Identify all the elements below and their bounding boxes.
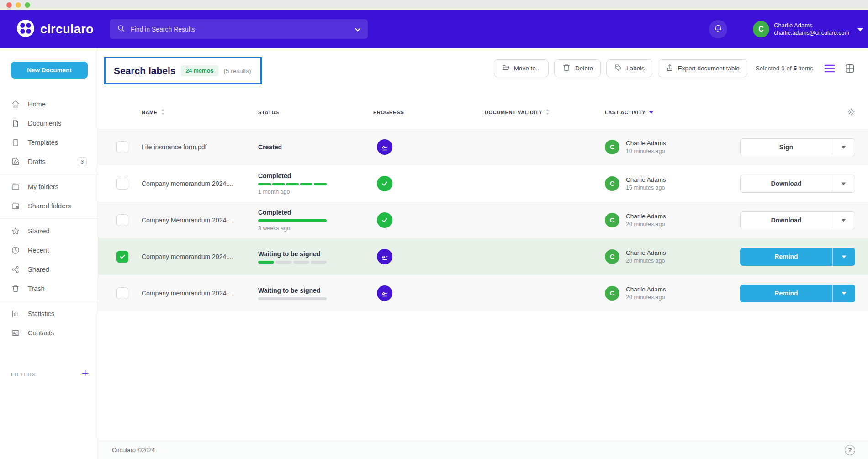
progress-bar bbox=[258, 183, 327, 185]
action-dropdown-caret[interactable] bbox=[832, 212, 855, 229]
filters-label: FILTERS bbox=[11, 372, 36, 377]
action-dropdown-caret[interactable] bbox=[832, 139, 855, 156]
completed-check-icon bbox=[377, 212, 392, 228]
activity-time: 20 minutes ago bbox=[626, 258, 666, 264]
list-view-icon[interactable] bbox=[824, 63, 835, 74]
search-dropdown-caret-icon[interactable] bbox=[355, 25, 360, 33]
sidebar-item-label: Home bbox=[28, 100, 46, 108]
activity-time: 20 minutes ago bbox=[626, 221, 666, 227]
move-to-button[interactable]: Move to... bbox=[494, 59, 549, 77]
maximize-window-button[interactable] bbox=[25, 2, 30, 8]
sidebar-item-label: Starred bbox=[28, 227, 50, 235]
document-name[interactable]: Company Memorandum 2024.... bbox=[142, 216, 258, 224]
action-dropdown-caret[interactable] bbox=[832, 248, 855, 266]
column-header-name[interactable]: NAME bbox=[142, 109, 258, 116]
memo-count-badge: 24 memos bbox=[181, 65, 218, 76]
signature-required-icon bbox=[377, 285, 392, 301]
minimize-window-button[interactable] bbox=[16, 2, 21, 8]
app-header: circularo Find in Search Results C Charl… bbox=[0, 10, 868, 48]
contacts-icon bbox=[11, 328, 20, 338]
activity-avatar: C bbox=[605, 286, 619, 301]
table-row[interactable]: Company memorandum 2024....Waiting to be… bbox=[98, 238, 868, 275]
action-dropdown-caret[interactable] bbox=[832, 285, 855, 302]
sort-icon bbox=[161, 109, 165, 116]
row-checkbox[interactable] bbox=[116, 287, 128, 299]
global-search-input[interactable]: Find in Search Results bbox=[110, 19, 368, 39]
labels-button[interactable]: Labels bbox=[606, 59, 652, 77]
sidebar-item-shared-folders[interactable]: Shared folders bbox=[0, 196, 98, 216]
clock-icon bbox=[11, 246, 20, 255]
notifications-button[interactable] bbox=[709, 20, 727, 38]
sidebar-item-home[interactable]: Home bbox=[0, 95, 98, 114]
action-dropdown-caret[interactable] bbox=[832, 175, 855, 192]
status-time: 3 weeks ago bbox=[258, 225, 373, 232]
add-filter-button[interactable] bbox=[82, 370, 89, 379]
close-window-button[interactable] bbox=[6, 2, 12, 8]
draft-icon bbox=[11, 157, 20, 166]
sidebar-item-label: Drafts bbox=[28, 158, 46, 165]
sidebar-item-documents[interactable]: Documents bbox=[0, 114, 98, 133]
sort-icon bbox=[545, 109, 550, 116]
activity-avatar: C bbox=[605, 140, 619, 154]
remind-split-button: Remind bbox=[740, 285, 855, 302]
statistics-icon bbox=[11, 309, 20, 318]
row-checkbox[interactable] bbox=[116, 214, 128, 226]
sidebar-nav: HomeDocumentsTemplatesDrafts3My foldersS… bbox=[0, 92, 98, 345]
brand-logo[interactable]: circularo bbox=[16, 19, 94, 39]
document-icon bbox=[11, 119, 20, 128]
grid-view-icon[interactable] bbox=[844, 63, 855, 74]
sidebar-item-starred[interactable]: Starred bbox=[0, 222, 98, 241]
bell-icon bbox=[714, 24, 723, 35]
sidebar-item-templates[interactable]: Templates bbox=[0, 133, 98, 152]
row-checkbox[interactable] bbox=[116, 141, 128, 153]
sidebar-item-statistics[interactable]: Statistics bbox=[0, 304, 98, 323]
table-row[interactable]: Company Memorandum 2024....Completed3 we… bbox=[98, 202, 868, 238]
sidebar-item-recent[interactable]: Recent bbox=[0, 241, 98, 260]
progress-bar bbox=[258, 219, 327, 222]
download-button[interactable]: Download bbox=[741, 175, 832, 192]
table-header-row: NAMESTATUSPROGRESSDOCUMENT VALIDITYLAST … bbox=[98, 103, 868, 122]
user-menu-caret-icon bbox=[857, 25, 863, 33]
column-header-progress: PROGRESS bbox=[373, 110, 485, 115]
document-name[interactable]: Company memorandum 2024.... bbox=[142, 180, 258, 187]
activity-avatar: C bbox=[605, 249, 619, 264]
new-document-button[interactable]: New Document bbox=[11, 62, 88, 79]
document-name[interactable]: Company memorandum 2024.... bbox=[142, 290, 258, 297]
brand-name: circularo bbox=[40, 22, 94, 37]
sidebar-item-trash[interactable]: Trash bbox=[0, 279, 98, 298]
column-header-document-validity[interactable]: DOCUMENT VALIDITY bbox=[485, 109, 605, 116]
activity-avatar: C bbox=[605, 176, 619, 191]
table-row[interactable]: Company memorandum 2024....Completed1 mo… bbox=[98, 165, 868, 202]
sidebar-item-my-folders[interactable]: My folders bbox=[0, 177, 98, 196]
sidebar-item-drafts[interactable]: Drafts3 bbox=[0, 152, 98, 171]
row-checkbox[interactable] bbox=[116, 251, 128, 263]
table-settings-gear-icon[interactable] bbox=[847, 108, 855, 117]
document-name[interactable]: Life insurance form.pdf bbox=[142, 143, 258, 151]
column-header-status: STATUS bbox=[258, 110, 373, 115]
row-checkbox[interactable] bbox=[116, 178, 128, 190]
sidebar-item-shared[interactable]: Shared bbox=[0, 260, 98, 279]
results-count: (5 results) bbox=[224, 68, 251, 74]
template-icon bbox=[11, 138, 20, 147]
progress-bar bbox=[258, 297, 327, 300]
activity-user-name: Charlie Adams bbox=[626, 286, 666, 293]
circularo-logo-icon bbox=[16, 19, 35, 39]
shared-folder-icon bbox=[11, 201, 20, 211]
table-row[interactable]: Company memorandum 2024....Waiting to be… bbox=[98, 275, 868, 311]
column-header-last-activity[interactable]: LAST ACTIVITY bbox=[605, 110, 732, 115]
page-title-box: Search labels 24 memos (5 results) bbox=[104, 57, 262, 84]
main-content: Search labels 24 memos (5 results) Move … bbox=[98, 48, 868, 459]
delete-button[interactable]: Delete bbox=[554, 59, 601, 77]
sign-button[interactable]: Sign bbox=[741, 139, 832, 156]
footer: Circularo ©2024 ? bbox=[98, 441, 868, 459]
table-row[interactable]: Life insurance form.pdfCreatedCCharlie A… bbox=[98, 129, 868, 165]
export-document-table-button[interactable]: Export document table bbox=[658, 59, 747, 77]
download-button[interactable]: Download bbox=[741, 212, 832, 229]
sidebar-item-contacts[interactable]: Contacts bbox=[0, 323, 98, 343]
trash-icon bbox=[11, 284, 20, 293]
user-menu[interactable]: C Charlie Adams charlie.adams@circularo.… bbox=[753, 21, 863, 37]
remind-button[interactable]: Remind bbox=[740, 248, 832, 266]
document-name[interactable]: Company memorandum 2024.... bbox=[142, 253, 258, 260]
help-button[interactable]: ? bbox=[845, 445, 855, 455]
remind-button[interactable]: Remind bbox=[740, 285, 832, 302]
